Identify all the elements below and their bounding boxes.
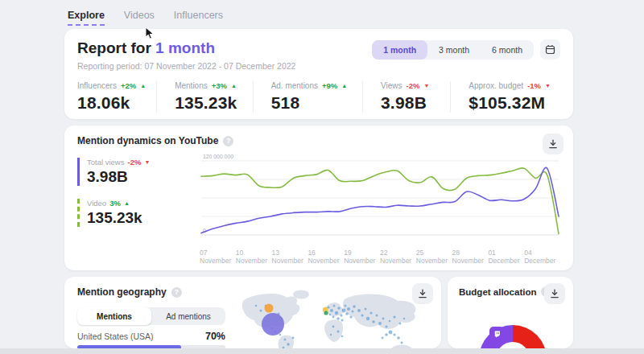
y-axis-max-label: 120 000 000 [203,154,233,159]
mouse-cursor-icon [145,27,155,40]
mention-dot [389,331,393,335]
trend-up-icon: ▲ [124,200,130,206]
metric-approx-budget: Approx. budget-1%▼ $105.32M [450,81,560,113]
mention-dot [369,311,372,314]
report-period-highlight: 1 month [155,39,215,56]
line-chart-area[interactable]: 120 000 000 0 07 November10 November 13 … [200,151,560,265]
mention-dot [393,333,395,335]
mention-dot [332,316,335,319]
metric-mentions: Mentions+3%▲ 135.23k [156,81,252,113]
download-icon [548,139,558,149]
metric-influencers: Influencers+2%▲ 18.06k [77,81,156,113]
mention-dot [341,319,344,322]
mention-dot [333,305,336,307]
mention-dot [347,307,350,311]
x-axis-labels: 07 November10 November 13 November16 Nov… [200,249,560,265]
mention-dot [341,335,344,338]
period-segmented-control: 1 month 3 month 6 month [372,40,534,60]
calendar-icon [545,44,555,55]
mention-dot [327,306,329,308]
reporting-period-subtitle: Reporting period: 07 November 2022 - 07 … [77,61,295,71]
calendar-button[interactable] [540,39,560,60]
trend-down-icon: ▼ [144,159,150,165]
period-3-month-button[interactable]: 3 month [427,40,481,60]
trend-up-icon: ▲ [140,83,146,88]
country-row: United States (USA) 70% [77,331,225,342]
mention-geography-card: Mention geography ? Mentions Ad mentions… [64,277,441,348]
mention-dot [292,337,295,340]
toggle-mentions[interactable]: Mentions [77,307,151,325]
country-name: United States (USA) [77,331,154,341]
mention-dot [335,311,338,315]
mention-dot [279,334,282,336]
mention-dot [399,323,402,325]
page-title: Report for 1 month [77,39,295,57]
mention-dot [330,309,333,312]
download-icon [550,289,559,298]
mention-dot [397,336,400,340]
mention-dot [352,311,354,313]
dashboard-page: Explore Videos Influencers Report for 1 … [0,0,644,354]
country-share: 70% [205,331,225,342]
mention-dot [260,310,262,312]
trend-up-icon: ▲ [231,83,237,88]
kpi-metrics-row: Influencers+2%▲ 18.06k Mentions+3%▲ 135.… [77,81,560,113]
mention-dot [372,320,375,323]
mention-dot [336,330,339,332]
mention-dot [401,342,403,344]
world-map[interactable] [237,286,436,348]
mention-dot [342,309,346,313]
mention-dot [337,307,340,309]
mention-dot [336,317,340,320]
mentions-toggle: Mentions Ad mentions [77,307,225,325]
mention-dot [255,305,257,307]
series-total-views [201,167,559,233]
metric-ad-mentions: Ad. mentions+9%▲ 518 [253,81,362,113]
report-summary-card: Report for 1 month Reporting period: 07 … [64,29,573,119]
mention-dot [389,320,391,323]
donut-hole [496,342,530,348]
mention-dynamics-title: Mention dynamics on YouTube [77,135,218,146]
chart-legend: Total views-2%▼ 3.98B Video3%▲ 135.23k [77,151,200,265]
mention-dot [330,334,332,335]
help-icon[interactable]: ? [171,287,182,298]
mention-dot [365,308,367,311]
mention-dot [329,314,331,315]
tab-videos[interactable]: Videos [124,10,155,26]
uk-bubble [324,311,328,315]
help-icon[interactable]: ? [223,136,233,146]
mention-dot [357,309,361,312]
mention-dot [385,325,387,327]
download-budget-button[interactable] [544,283,565,304]
mention-dynamics-card: Mention dynamics on YouTube ? Total view… [64,126,573,270]
mention-dot [382,337,384,340]
budget-allocation-card: Budget allocation ? [448,277,573,348]
mention-dot [345,312,349,315]
mention-dot [284,339,287,341]
mention-dot [287,343,290,346]
mention-geography-title: Mention geography [77,286,167,298]
tab-influencers[interactable]: Influencers [174,10,223,26]
period-6-month-button[interactable]: 6 month [481,40,534,60]
trend-down-icon: ▼ [545,83,551,88]
mention-dot [361,314,363,316]
mention-dot [403,318,405,319]
period-1-month-button[interactable]: 1 month [372,40,427,60]
mention-dot [393,315,395,318]
trend-down-icon: ▼ [423,83,429,88]
legend-total-views: Total views-2%▼ 3.98B [77,158,200,186]
top-tabs: Explore Videos Influencers [68,10,223,26]
budget-allocation-title: Budget allocation [459,287,536,297]
twitch-icon [489,327,504,341]
mention-dot [385,333,388,336]
tab-explore[interactable]: Explore [68,10,105,26]
mention-dot [353,305,356,308]
mention-dot [382,318,385,320]
legend-video: Video3%▲ 135.23k [77,199,200,227]
usa-bubble [262,313,284,335]
toggle-ad-mentions[interactable]: Ad mentions [151,307,225,325]
canada-bubble [265,304,274,313]
mention-dot [345,305,347,307]
viewport-bottom-edge [0,348,644,354]
mention-dot [366,317,369,320]
